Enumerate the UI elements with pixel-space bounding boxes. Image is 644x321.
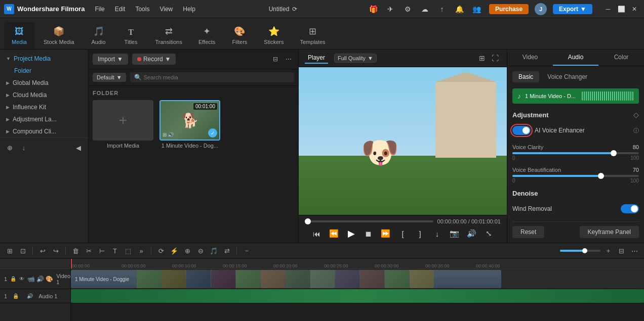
quality-select[interactable]: Full Quality ▼ [334,54,377,63]
voice-beautification-track[interactable] [512,175,639,177]
import-button[interactable]: Import ▼ [93,54,128,65]
collapse-panel-icon[interactable]: ◀ [73,142,84,153]
audio1-mute-icon[interactable]: 🔊 [24,291,35,302]
tab-stickers[interactable]: ⭐ Stickers [257,22,291,49]
import-icon[interactable]: ↓ [18,142,29,153]
voice-beautification-thumb[interactable] [598,173,604,179]
upload-icon[interactable]: ↑ [435,3,449,16]
player-tab[interactable]: Player [305,53,328,64]
tab-audio[interactable]: Audio [553,50,598,66]
menu-help[interactable]: Help [179,5,199,14]
tab-video[interactable]: Video [507,50,553,66]
trim-icon[interactable]: ⊢ [96,245,107,256]
tab-stock-media[interactable]: 📦 Stock Media [36,22,82,49]
tree-item-global-media[interactable]: ▶ Global Media [0,77,88,89]
play-button[interactable]: ▶ [345,227,357,240]
default-sort-button[interactable]: Default ▼ [93,73,126,82]
more-icon[interactable]: ⋯ [283,54,294,65]
video-clip-1[interactable]: 1 Minute Video - Doggie [71,270,501,288]
prev-frame-icon[interactable]: ⏪ [328,227,340,240]
sub-tab-basic[interactable]: Basic [512,71,539,82]
tab-media[interactable]: 🖼 Media [4,22,34,49]
timeline-ruler[interactable]: 00:00:00 00:00:05:00 00:00:10:00 00:00:1… [71,259,644,269]
filter-icon[interactable]: ⊟ [270,54,281,65]
tree-item-compound[interactable]: ▶ Compound Cli... [0,125,88,137]
playhead-cursor[interactable] [71,259,72,268]
reset-button[interactable]: Reset [512,226,544,238]
audio1-lock-icon[interactable]: 🔒 [10,291,21,302]
crop-icon[interactable]: ⬚ [123,245,134,256]
bell-icon[interactable]: 🔔 [453,3,466,16]
stop-button[interactable]: ⏹ [363,227,375,240]
add-track-icon[interactable]: ⊕ [4,142,15,153]
tree-item-cloud-media[interactable]: ▶ Cloud Media [0,89,88,101]
video1-add-icon[interactable]: 📹 [27,276,35,283]
fullscreen-icon[interactable]: ⛶ [490,53,501,64]
mark-out-icon[interactable]: ] [414,227,426,240]
purchase-button[interactable]: Purchase [489,4,529,14]
tab-filters[interactable]: 🎨 Filters [224,22,255,49]
transition-icon[interactable]: ⇄ [221,245,232,256]
tab-templates[interactable]: ⊞ Templates [293,22,332,49]
gift-icon[interactable]: 🎁 [367,3,380,16]
menu-edit[interactable]: Edit [111,5,130,14]
keyframe-panel-button[interactable]: Keyframe Panel [580,226,639,238]
media-item-video[interactable]: 🐕 00:01:00 ⊞ 🔊 ✓ 1 Minute Video - Dog... [159,100,220,149]
video1-hide-icon[interactable]: 👁 [19,273,24,285]
render-icon[interactable]: ⤡ [483,227,495,240]
tab-transitions[interactable]: ⇄ Transitions [148,22,189,49]
next-frame-icon[interactable]: ⏩ [380,227,392,240]
add-to-timeline-icon[interactable]: ↓ [431,227,444,240]
video-thumb[interactable]: 🐕 00:01:00 ⊞ 🔊 ✓ [159,100,220,141]
tab-effects[interactable]: ✦ Effects [191,22,222,49]
more-effects-icon[interactable]: » [136,245,147,256]
tab-audio[interactable]: 🎵 Audio [84,22,114,49]
more-timeline-icon[interactable]: ⋯ [629,245,640,256]
tab-titles[interactable]: T Titles [116,24,146,49]
cloud-icon[interactable]: ☁ [418,3,431,16]
tree-item-adjustment[interactable]: ▶ Adjustment La... [0,113,88,125]
tab-color[interactable]: Color [598,50,644,66]
redo-icon[interactable]: ↪ [50,245,61,256]
video1-lock-icon[interactable]: 🔒 [10,273,16,285]
wind-removal-toggle[interactable] [621,204,639,213]
cut-icon[interactable]: ✂ [83,245,94,256]
merge-icon[interactable]: ⊖ [195,245,206,256]
volume-icon[interactable]: 🔊 [466,227,478,240]
zoom-thumb[interactable] [582,248,587,253]
layout-icon[interactable]: ⊟ [616,245,627,256]
menu-tools[interactable]: Tools [131,5,153,14]
maximize-button[interactable]: ⬜ [616,4,627,15]
sub-tab-voice-changer[interactable]: Voice Changer [541,71,593,82]
ai-voice-enhancer-toggle[interactable] [512,126,531,135]
avatar[interactable]: J [535,3,547,15]
progress-track[interactable] [305,220,433,222]
share-icon[interactable]: ✈ [384,3,397,16]
split-icon[interactable]: ⊕ [182,245,193,256]
voice-clarity-thumb[interactable] [611,150,617,156]
adjustment-reset-icon[interactable]: ◇ [633,111,639,119]
tree-item-project-media[interactable]: ▼ Project Media [0,53,88,65]
voice-clarity-track[interactable] [512,152,639,154]
grid-view-icon[interactable]: ⊞ [476,53,488,64]
ai-voice-enhancer-info-icon[interactable]: ⓘ [633,127,639,134]
minimize-button[interactable]: ─ [602,4,614,15]
speed-icon[interactable]: ⚡ [169,245,180,256]
zoom-track[interactable] [560,250,600,252]
audio-sep-icon[interactable]: 🎵 [208,245,219,256]
skip-back-icon[interactable]: ⏮ [311,227,323,240]
loop-icon[interactable]: ⟳ [155,245,167,256]
export-button[interactable]: Export ▼ [553,4,592,14]
snapshot-icon[interactable]: 📷 [449,227,461,240]
close-button[interactable]: ✕ [629,4,640,15]
settings-icon[interactable]: ⚙ [401,3,414,16]
video1-vol-icon[interactable]: 🔊 [36,276,44,283]
snap-icon[interactable]: ⊞ [4,245,15,256]
menu-file[interactable]: File [91,5,108,14]
import-thumb[interactable]: + [93,100,153,141]
tree-item-influence-kit[interactable]: ▶ Influence Kit [0,101,88,113]
magnetic-icon[interactable]: ⊡ [17,245,28,256]
text-icon[interactable]: T [109,245,120,256]
record-button[interactable]: Record ▼ [132,54,176,65]
search-box[interactable]: 🔍 [130,72,294,82]
